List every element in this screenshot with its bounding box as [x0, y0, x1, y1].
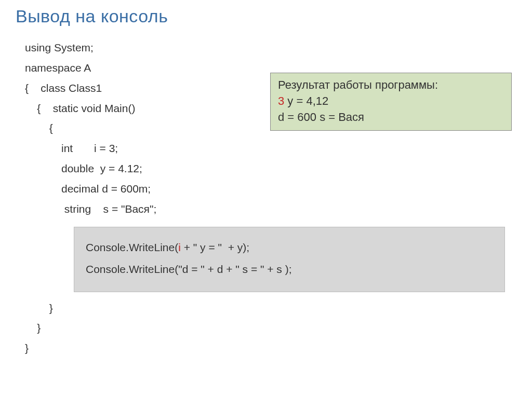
code-text: { [25, 82, 29, 94]
result-line: d = 600 s = Вася [278, 109, 504, 126]
code-line: string s = "Вася"; [25, 199, 516, 219]
result-output-box: Результат работы программы: 3 y = 4,12 d… [270, 73, 512, 131]
result-value: 3 [278, 94, 284, 107]
code-text: } [37, 322, 41, 334]
result-line: 3 y = 4,12 [278, 93, 504, 109]
code-text: class Class1 [41, 82, 102, 94]
code-text: double y = 4.12; [61, 162, 142, 174]
code-text: string s = "Вася"; [64, 203, 156, 215]
code-line: } [25, 338, 516, 359]
highlighted-code: Console.WriteLine(i + " y = " + y); Cons… [74, 227, 505, 292]
code-text: { [49, 122, 53, 134]
code-text: decimal d = 600m; [61, 183, 151, 195]
code-text: static void Main() [53, 102, 136, 114]
code-line: using System; [25, 38, 516, 58]
code-line: } [25, 318, 516, 338]
code-line: } [25, 298, 516, 319]
result-text: y = 4,12 [284, 94, 328, 107]
code-text: } [49, 302, 53, 314]
code-line: int i = 3; [25, 139, 516, 159]
code-line: Console.WriteLine("d = " + d + " s = " +… [86, 258, 493, 280]
code-line: decimal d = 600m; [25, 179, 516, 199]
code-text: + " y = " + y); [181, 241, 249, 253]
code-line: double y = 4.12; [25, 159, 516, 179]
code-text: { [37, 102, 41, 114]
slide-title: Вывод на консоль [16, 6, 516, 26]
result-label: Результат работы программы: [278, 77, 504, 93]
code-line: Console.WriteLine(i + " y = " + y); [86, 237, 493, 258]
code-text: Console.WriteLine( [86, 241, 178, 253]
code-text: int i = 3; [61, 142, 118, 154]
